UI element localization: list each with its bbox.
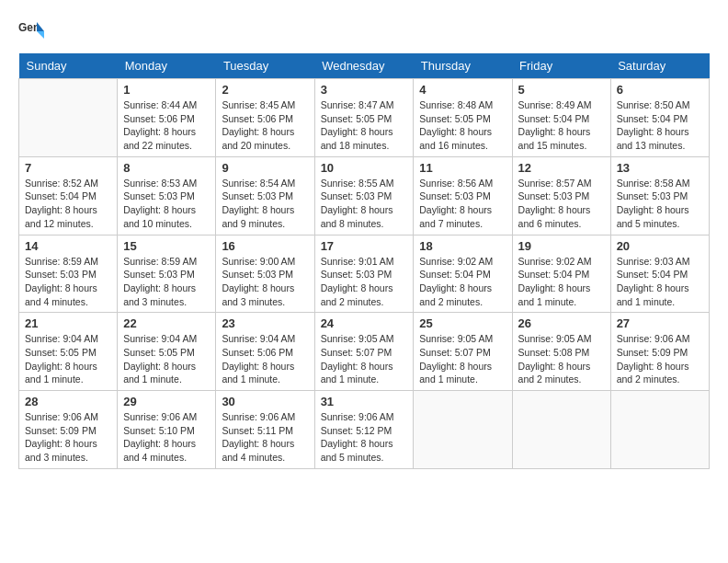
calendar-cell [19,79,118,157]
calendar-cell [512,391,610,469]
calendar-cell: 26Sunrise: 9:05 AM Sunset: 5:08 PM Dayli… [512,313,610,391]
day-number: 19 [518,239,605,253]
calendar-cell: 1Sunrise: 8:44 AM Sunset: 5:06 PM Daylig… [118,79,216,157]
calendar-cell: 8Sunrise: 8:53 AM Sunset: 5:03 PM Daylig… [118,156,216,235]
day-number: 15 [123,239,210,253]
calendar-cell: 6Sunrise: 8:50 AM Sunset: 5:04 PM Daylig… [610,79,709,157]
calendar-cell: 5Sunrise: 8:49 AM Sunset: 5:04 PM Daylig… [512,79,610,157]
day-info: Sunrise: 9:06 AM Sunset: 5:12 PM Dayligh… [321,410,408,465]
day-number: 4 [419,83,506,97]
calendar-week-5: 28Sunrise: 9:06 AM Sunset: 5:09 PM Dayli… [19,391,710,469]
day-info: Sunrise: 9:03 AM Sunset: 5:04 PM Dayligh… [617,255,703,309]
day-number: 27 [617,316,703,330]
day-info: Sunrise: 9:01 AM Sunset: 5:03 PM Dayligh… [321,255,408,309]
calendar-cell: 10Sunrise: 8:55 AM Sunset: 5:03 PM Dayli… [314,156,414,235]
day-info: Sunrise: 8:59 AM Sunset: 5:03 PM Dayligh… [25,255,111,309]
calendar-cell: 25Sunrise: 9:05 AM Sunset: 5:07 PM Dayli… [414,313,512,391]
calendar-cell: 28Sunrise: 9:06 AM Sunset: 5:09 PM Dayli… [19,391,118,469]
day-info: Sunrise: 8:52 AM Sunset: 5:04 PM Dayligh… [25,177,111,231]
day-info: Sunrise: 9:02 AM Sunset: 5:04 PM Dayligh… [419,255,506,309]
calendar-cell: 4Sunrise: 8:48 AM Sunset: 5:05 PM Daylig… [414,79,512,157]
day-number: 25 [419,316,506,330]
day-number: 9 [222,161,308,175]
day-number: 29 [123,395,210,408]
day-info: Sunrise: 9:02 AM Sunset: 5:04 PM Dayligh… [518,255,605,309]
day-number: 26 [518,316,605,330]
calendar-cell: 13Sunrise: 8:58 AM Sunset: 5:03 PM Dayli… [610,156,709,235]
calendar-cell: 16Sunrise: 9:00 AM Sunset: 5:03 PM Dayli… [216,235,314,313]
calendar-cell: 12Sunrise: 8:57 AM Sunset: 5:03 PM Dayli… [512,156,610,235]
day-number: 24 [321,316,408,330]
day-header-saturday: Saturday [610,53,709,79]
day-info: Sunrise: 8:57 AM Sunset: 5:03 PM Dayligh… [518,177,605,231]
calendar-cell: 14Sunrise: 8:59 AM Sunset: 5:03 PM Dayli… [19,235,118,313]
day-header-tuesday: Tuesday [216,53,314,79]
day-number: 23 [222,316,308,330]
day-number: 21 [25,316,111,330]
day-info: Sunrise: 8:50 AM Sunset: 5:04 PM Dayligh… [617,98,703,153]
day-number: 7 [25,161,111,175]
day-info: Sunrise: 9:04 AM Sunset: 5:06 PM Dayligh… [222,332,308,386]
logo-icon: Gen [18,18,44,44]
calendar-cell: 7Sunrise: 8:52 AM Sunset: 5:04 PM Daylig… [19,156,118,235]
day-number: 5 [518,83,605,97]
day-info: Sunrise: 8:53 AM Sunset: 5:03 PM Dayligh… [123,177,210,231]
day-number: 28 [25,395,111,408]
calendar-cell: 3Sunrise: 8:47 AM Sunset: 5:05 PM Daylig… [314,79,414,157]
calendar-cell: 18Sunrise: 9:02 AM Sunset: 5:04 PM Dayli… [414,235,512,313]
day-info: Sunrise: 9:05 AM Sunset: 5:07 PM Dayligh… [419,332,506,386]
day-info: Sunrise: 8:56 AM Sunset: 5:03 PM Dayligh… [419,177,506,231]
day-info: Sunrise: 9:06 AM Sunset: 5:10 PM Dayligh… [123,410,210,465]
svg-marker-2 [37,31,44,39]
day-number: 2 [222,83,308,97]
calendar-cell: 23Sunrise: 9:04 AM Sunset: 5:06 PM Dayli… [216,313,314,391]
day-header-friday: Friday [512,53,610,79]
day-number: 1 [123,83,210,97]
day-number: 31 [321,395,408,408]
day-header-monday: Monday [118,53,216,79]
day-header-wednesday: Wednesday [314,53,414,79]
day-info: Sunrise: 8:55 AM Sunset: 5:03 PM Dayligh… [321,177,408,231]
calendar-cell [414,391,512,469]
day-number: 30 [222,395,308,408]
day-number: 20 [617,239,703,253]
calendar-week-3: 14Sunrise: 8:59 AM Sunset: 5:03 PM Dayli… [19,235,710,313]
calendar-cell: 31Sunrise: 9:06 AM Sunset: 5:12 PM Dayli… [314,391,414,469]
calendar-cell: 19Sunrise: 9:02 AM Sunset: 5:04 PM Dayli… [512,235,610,313]
day-info: Sunrise: 9:06 AM Sunset: 5:09 PM Dayligh… [25,410,111,465]
calendar-table: SundayMondayTuesdayWednesdayThursdayFrid… [18,53,710,469]
calendar-cell: 30Sunrise: 9:06 AM Sunset: 5:11 PM Dayli… [216,391,314,469]
day-info: Sunrise: 8:54 AM Sunset: 5:03 PM Dayligh… [222,177,308,231]
calendar-cell: 15Sunrise: 8:59 AM Sunset: 5:03 PM Dayli… [118,235,216,313]
calendar-cell: 2Sunrise: 8:45 AM Sunset: 5:06 PM Daylig… [216,79,314,157]
day-info: Sunrise: 9:00 AM Sunset: 5:03 PM Dayligh… [222,255,308,309]
day-header-thursday: Thursday [414,53,512,79]
day-number: 10 [321,161,408,175]
calendar-week-2: 7Sunrise: 8:52 AM Sunset: 5:04 PM Daylig… [19,156,710,235]
day-number: 14 [25,239,111,253]
svg-text:Gen: Gen [18,21,40,34]
calendar-cell [610,391,709,469]
day-number: 11 [419,161,506,175]
day-info: Sunrise: 8:49 AM Sunset: 5:04 PM Dayligh… [518,98,605,153]
calendar-cell: 29Sunrise: 9:06 AM Sunset: 5:10 PM Dayli… [118,391,216,469]
day-header-sunday: Sunday [19,53,118,79]
calendar-cell: 9Sunrise: 8:54 AM Sunset: 5:03 PM Daylig… [216,156,314,235]
calendar-cell: 17Sunrise: 9:01 AM Sunset: 5:03 PM Dayli… [314,235,414,313]
day-info: Sunrise: 9:04 AM Sunset: 5:05 PM Dayligh… [25,332,111,386]
day-number: 8 [123,161,210,175]
day-info: Sunrise: 8:58 AM Sunset: 5:03 PM Dayligh… [617,177,703,231]
calendar-cell: 11Sunrise: 8:56 AM Sunset: 5:03 PM Dayli… [414,156,512,235]
day-number: 16 [222,239,308,253]
calendar-cell: 21Sunrise: 9:04 AM Sunset: 5:05 PM Dayli… [19,313,118,391]
day-info: Sunrise: 8:44 AM Sunset: 5:06 PM Dayligh… [123,98,210,153]
day-info: Sunrise: 8:59 AM Sunset: 5:03 PM Dayligh… [123,255,210,309]
calendar-week-4: 21Sunrise: 9:04 AM Sunset: 5:05 PM Dayli… [19,313,710,391]
day-info: Sunrise: 8:48 AM Sunset: 5:05 PM Dayligh… [419,98,506,153]
calendar-week-1: 1Sunrise: 8:44 AM Sunset: 5:06 PM Daylig… [19,79,710,157]
day-number: 17 [321,239,408,253]
day-number: 22 [123,316,210,330]
calendar-cell: 24Sunrise: 9:05 AM Sunset: 5:07 PM Dayli… [314,313,414,391]
day-info: Sunrise: 9:05 AM Sunset: 5:07 PM Dayligh… [321,332,408,386]
calendar-cell: 20Sunrise: 9:03 AM Sunset: 5:04 PM Dayli… [610,235,709,313]
